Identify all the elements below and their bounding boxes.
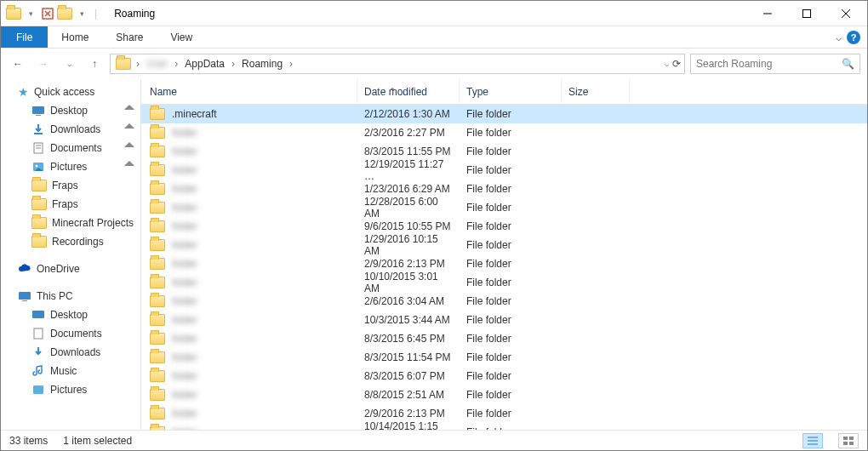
chevron-right-icon[interactable]: › bbox=[173, 58, 180, 70]
search-input[interactable]: Search Roaming 🔍 bbox=[690, 54, 860, 74]
table-row[interactable]: folder10/3/2015 3:44 AMFile folder bbox=[141, 311, 867, 329]
file-name: folder bbox=[172, 389, 197, 401]
table-row[interactable]: folder8/8/2015 2:51 AMFile folder bbox=[141, 385, 867, 404]
folder-icon bbox=[150, 314, 165, 326]
help-icon[interactable]: ? bbox=[847, 31, 860, 44]
svg-rect-2 bbox=[803, 9, 811, 17]
sidebar-pc-desktop[interactable]: Desktop bbox=[1, 305, 140, 324]
table-row[interactable]: folder8/3/2015 11:54 PMFile folder bbox=[141, 348, 867, 367]
table-row[interactable]: folder9/6/2015 10:55 PMFile folder bbox=[141, 217, 867, 236]
sidebar-pc-downloads[interactable]: Downloads bbox=[1, 343, 140, 362]
table-row[interactable]: folder12/28/2015 6:00 AMFile folder bbox=[141, 198, 867, 217]
maximize-button[interactable] bbox=[787, 1, 826, 26]
table-row[interactable]: folder1/29/2016 10:15 AMFile folder bbox=[141, 236, 867, 254]
sidebar-item-desktop[interactable]: Desktop bbox=[1, 101, 140, 120]
file-type: File folder bbox=[460, 426, 562, 430]
picture-icon bbox=[31, 383, 45, 397]
tab-home[interactable]: Home bbox=[48, 26, 102, 48]
table-row[interactable]: folder8/3/2015 6:45 PMFile folder bbox=[141, 329, 867, 348]
qat-dropdown-icon[interactable]: ▾ bbox=[74, 6, 89, 21]
folder-icon bbox=[150, 333, 165, 345]
thumbnails-view-button[interactable] bbox=[838, 433, 859, 448]
sidebar-label: Music bbox=[50, 365, 77, 377]
sidebar-label: Recordings bbox=[52, 236, 104, 248]
sidebar-label: Desktop bbox=[50, 309, 88, 321]
properties-icon[interactable] bbox=[40, 6, 55, 21]
file-type: File folder bbox=[460, 277, 562, 288]
file-type: File folder bbox=[460, 351, 562, 363]
column-size[interactable]: Size bbox=[562, 79, 630, 104]
sidebar-pc-documents[interactable]: Documents bbox=[1, 324, 140, 343]
table-row[interactable]: folder10/14/2015 1:15 PMFile folder bbox=[141, 423, 867, 430]
sidebar-item-fraps[interactable]: Fraps bbox=[1, 195, 140, 214]
sidebar-item-recordings[interactable]: Recordings bbox=[1, 232, 140, 251]
file-type: File folder bbox=[460, 146, 562, 157]
folder-icon bbox=[150, 389, 165, 401]
download-icon bbox=[31, 345, 45, 359]
column-date[interactable]: Date modified bbox=[357, 79, 460, 104]
sidebar-item-downloads[interactable]: Downloads bbox=[1, 120, 140, 139]
qat-dropdown-icon[interactable]: ▾ bbox=[23, 6, 38, 21]
close-button[interactable] bbox=[826, 1, 865, 26]
file-date: 1/29/2016 10:15 AM bbox=[357, 233, 460, 257]
file-type: File folder bbox=[460, 164, 562, 176]
recent-dropdown-icon[interactable]: ⌵ bbox=[59, 54, 79, 74]
svg-rect-23 bbox=[843, 442, 848, 445]
ribbon-expand-icon[interactable]: ⌵ bbox=[836, 31, 842, 43]
sidebar-quick-access[interactable]: ★Quick access bbox=[1, 83, 140, 101]
sidebar-pc-music[interactable]: Music bbox=[1, 362, 140, 380]
chevron-right-icon[interactable]: › bbox=[230, 58, 237, 70]
table-row[interactable]: folder12/19/2015 11:27 …File folder bbox=[141, 161, 867, 180]
sidebar-item-fraps[interactable]: Fraps bbox=[1, 176, 140, 195]
file-tab[interactable]: File bbox=[1, 26, 48, 48]
table-row[interactable]: folder2/9/2016 2:13 PMFile folder bbox=[141, 254, 867, 273]
svg-rect-24 bbox=[849, 442, 854, 445]
address-dropdown-icon[interactable]: ⌵ bbox=[665, 60, 669, 68]
sidebar-item-pictures[interactable]: Pictures bbox=[1, 157, 140, 176]
table-row[interactable]: folder2/3/2016 2:27 PMFile folder bbox=[141, 123, 867, 142]
cloud-icon bbox=[18, 262, 31, 276]
address-box[interactable]: › User › AppData › Roaming › ⌵ ⟳ bbox=[110, 54, 685, 74]
main-area: ★Quick access Desktop Downloads Document… bbox=[1, 79, 867, 430]
desktop-icon bbox=[31, 308, 45, 322]
back-button[interactable]: ← bbox=[8, 54, 28, 74]
file-name: folder bbox=[172, 239, 197, 251]
table-row[interactable]: folder10/10/2015 3:01 AMFile folder bbox=[141, 273, 867, 292]
tab-share[interactable]: Share bbox=[102, 26, 157, 48]
table-row[interactable]: folder2/6/2016 3:04 AMFile folder bbox=[141, 292, 867, 311]
table-row[interactable]: folder2/9/2016 2:13 PMFile folder bbox=[141, 404, 867, 423]
file-type: File folder bbox=[460, 333, 562, 345]
sidebar-label: Downloads bbox=[50, 123, 100, 135]
sort-indicator-icon: ⌃ bbox=[388, 86, 397, 98]
music-icon bbox=[31, 364, 45, 378]
column-name[interactable]: Name bbox=[141, 79, 357, 104]
table-row[interactable]: folder1/23/2016 6:29 AMFile folder bbox=[141, 180, 867, 198]
sidebar-pc-pictures[interactable]: Pictures bbox=[1, 380, 140, 399]
sidebar-item-minecraft-projects[interactable]: Minecraft Projects bbox=[1, 214, 140, 232]
file-type: File folder bbox=[460, 220, 562, 232]
details-view-button[interactable] bbox=[802, 433, 823, 448]
sidebar-this-pc[interactable]: This PC bbox=[1, 287, 140, 305]
chevron-right-icon[interactable]: › bbox=[134, 58, 141, 70]
file-rows[interactable]: .minecraft2/12/2016 1:30 AMFile folderfo… bbox=[141, 105, 867, 430]
breadcrumb-appdata[interactable]: AppData bbox=[180, 54, 230, 73]
tab-view[interactable]: View bbox=[157, 26, 206, 48]
minimize-button[interactable] bbox=[748, 1, 787, 26]
svg-rect-13 bbox=[19, 292, 31, 300]
refresh-icon[interactable]: ⟳ bbox=[672, 58, 681, 70]
up-button[interactable]: ↑ bbox=[84, 54, 105, 74]
file-date: 8/3/2015 6:07 PM bbox=[357, 370, 460, 382]
column-type[interactable]: Type bbox=[460, 79, 562, 104]
file-name: folder bbox=[172, 164, 197, 176]
sidebar-onedrive[interactable]: OneDrive bbox=[1, 260, 140, 278]
breadcrumb-roaming[interactable]: Roaming bbox=[237, 54, 288, 73]
table-row[interactable]: .minecraft2/12/2016 1:30 AMFile folder bbox=[141, 105, 867, 123]
table-row[interactable]: folder8/3/2015 6:07 PMFile folder bbox=[141, 367, 867, 385]
sidebar-item-documents[interactable]: Documents bbox=[1, 139, 140, 157]
navigation-pane[interactable]: ★Quick access Desktop Downloads Document… bbox=[1, 79, 141, 430]
breadcrumb-user[interactable]: User bbox=[141, 54, 173, 73]
file-type: File folder bbox=[460, 389, 562, 401]
chevron-right-icon[interactable]: › bbox=[288, 58, 294, 70]
table-row[interactable]: folder8/3/2015 11:55 PMFile folder bbox=[141, 142, 867, 161]
picture-icon bbox=[31, 160, 45, 174]
